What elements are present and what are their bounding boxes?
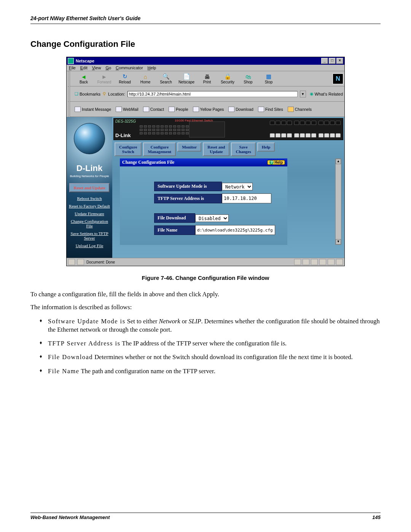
- def-software-update-mode: Software Update Mode is Set to either Ne…: [40, 317, 381, 334]
- status-icon-2[interactable]: [303, 259, 309, 265]
- figure-caption: Figure 7-46. Change Configuration File w…: [30, 275, 381, 281]
- device-banner: DES-3225G 10/100 Fast Ethernet Switch D-…: [113, 118, 343, 140]
- tab-configure-switch[interactable]: ConfigureSwitch: [115, 142, 142, 156]
- print-button[interactable]: 🖶Print: [198, 73, 216, 84]
- status-text: Document: Done: [86, 260, 115, 264]
- sidebar-link-save-tftp[interactable]: Save Settings to TFTP Server: [68, 230, 111, 242]
- sidebar: D-Link Building Networks for People Rese…: [67, 117, 112, 258]
- input-file-name[interactable]: [195, 225, 275, 235]
- sidebar-link-upload-log[interactable]: Upload Log File: [68, 242, 111, 249]
- menu-edit[interactable]: Edit: [80, 66, 88, 70]
- footer-left: Web-Based Network Management: [30, 514, 110, 520]
- close-button[interactable]: ×: [336, 58, 343, 64]
- yp-icon: [193, 107, 199, 112]
- stop-button[interactable]: ▦Stop: [260, 73, 278, 84]
- search-button[interactable]: 🔍Search: [157, 73, 175, 84]
- titlebar: Netscape _ □ ×: [67, 57, 344, 65]
- toolbar: ◄Back ►Forward ↻Reload ⌂Home 🔍Search 📄Ne…: [70, 71, 344, 86]
- netscape-icon: [68, 58, 74, 64]
- channels-icon: [288, 107, 294, 112]
- input-tftp-address[interactable]: [222, 193, 271, 203]
- tab-help[interactable]: Help: [257, 142, 275, 152]
- tab-reset-update[interactable]: Reset andUpdate: [203, 142, 229, 156]
- label-file-name: File Name: [154, 225, 195, 235]
- home-button[interactable]: ⌂Home: [136, 73, 155, 84]
- forward-button[interactable]: ►Forward: [95, 73, 113, 84]
- status-icon-3[interactable]: [311, 259, 318, 265]
- scroll-up-icon[interactable]: ▲: [336, 159, 341, 164]
- brand-logo: D-Link: [76, 163, 102, 173]
- section-title: Change Configuration File: [30, 39, 381, 49]
- scrollbar[interactable]: ▲ ▼: [335, 158, 341, 245]
- tab-save-changes[interactable]: SaveChanges: [231, 142, 255, 156]
- location-input[interactable]: http://10.24.37.2/html/Hmain.html: [127, 91, 298, 97]
- bookmarks-button[interactable]: ❏ Bookmarks: [75, 91, 100, 96]
- window-title: Netscape: [76, 59, 94, 63]
- link-instant-message[interactable]: Instant Message: [75, 107, 111, 112]
- related-icon: ◉: [310, 91, 314, 96]
- sidebar-link-reboot[interactable]: Reboot Switch: [68, 195, 111, 202]
- maximize-button[interactable]: □: [329, 58, 336, 64]
- panel-help-button[interactable]: Help: [267, 160, 285, 165]
- menu-file[interactable]: FFileile: [69, 66, 76, 70]
- reload-button[interactable]: ↻Reload: [116, 73, 134, 84]
- netscape-window: Netscape _ □ × FFileile Edit View Go Com…: [66, 57, 345, 266]
- status-icon-6[interactable]: [336, 259, 343, 265]
- sidebar-link-update-firmware[interactable]: Update Firmware: [68, 210, 111, 217]
- status-icon-1[interactable]: [294, 259, 301, 265]
- link-find-sites[interactable]: Find Sites: [258, 107, 283, 112]
- status-icon-4[interactable]: [319, 259, 326, 265]
- status-cookie-icon: [77, 259, 84, 265]
- device-model: DES-3225G: [115, 119, 136, 123]
- device-brand: D-Link: [115, 133, 131, 138]
- menu-go[interactable]: Go: [105, 66, 111, 70]
- sidebar-link-change-config[interactable]: Change Configuration File: [68, 217, 111, 230]
- people-icon: [75, 107, 81, 112]
- netscape-button[interactable]: 📄Netscape: [177, 73, 196, 84]
- linkbar-grip[interactable]: [67, 102, 70, 117]
- menu-help[interactable]: Help: [148, 66, 156, 70]
- device-slot-bottom: [270, 133, 341, 137]
- footer-page-number: 145: [372, 514, 381, 520]
- link-download[interactable]: Download: [228, 107, 253, 112]
- tab-configure-management[interactable]: ConfigureManagement: [143, 142, 176, 156]
- label-update-mode: Software Update Mode is: [154, 182, 222, 191]
- label-file-download: File Download: [154, 213, 195, 223]
- locbar-grip[interactable]: [67, 86, 70, 102]
- statusbar: Document: Done: [67, 258, 344, 266]
- device-mid-module: [189, 121, 225, 137]
- whats-related[interactable]: ◉ What's Related: [310, 91, 343, 96]
- tab-monitor[interactable]: Monitor: [177, 142, 201, 152]
- throbber-icon: N: [333, 73, 343, 84]
- link-contact[interactable]: Contact: [143, 107, 164, 112]
- link-webmail[interactable]: WebMail: [116, 107, 139, 112]
- link-channels[interactable]: Channels: [288, 107, 312, 112]
- main-area: DES-3225G 10/100 Fast Ethernet Switch D-…: [112, 117, 344, 258]
- bookmark-icon: ❏: [75, 91, 78, 96]
- location-dropdown[interactable]: ▼: [300, 91, 306, 97]
- menu-view[interactable]: View: [92, 66, 101, 70]
- link-yellow-pages[interactable]: Yellow Pages: [193, 107, 224, 112]
- scroll-down-icon[interactable]: ▼: [336, 239, 341, 244]
- location-icon: ⚲: [103, 91, 106, 96]
- sidebar-link-reset-factory[interactable]: Reset to Factory Default: [68, 202, 111, 210]
- globe-icon: [74, 123, 105, 154]
- toolbar-grip[interactable]: [67, 71, 70, 86]
- panel-title: Change Configuration File Help: [120, 158, 287, 166]
- select-update-mode[interactable]: Network: [222, 183, 253, 190]
- def-file-name: File Name The path and configuration nam…: [40, 367, 381, 375]
- link-people[interactable]: People: [169, 107, 188, 112]
- port-grid: [140, 125, 189, 134]
- minimize-button[interactable]: _: [321, 58, 328, 64]
- def-tftp-address: TFTP Server Address is The IP address of…: [40, 339, 381, 348]
- select-file-download[interactable]: Disabled: [195, 214, 229, 222]
- back-button[interactable]: ◄Back: [75, 73, 93, 84]
- status-icon-5[interactable]: [328, 259, 335, 265]
- body-para-1: To change a configuration file, fill the…: [30, 290, 381, 299]
- shop-button[interactable]: 🛍Shop: [239, 73, 257, 84]
- security-button[interactable]: 🔒Security: [218, 73, 237, 84]
- menu-communicator[interactable]: Communicator: [116, 66, 143, 70]
- find-icon: [258, 107, 264, 112]
- brand-tagline: Building Networks for People: [70, 174, 109, 178]
- body-para-2: The information is described as follows:: [30, 303, 381, 312]
